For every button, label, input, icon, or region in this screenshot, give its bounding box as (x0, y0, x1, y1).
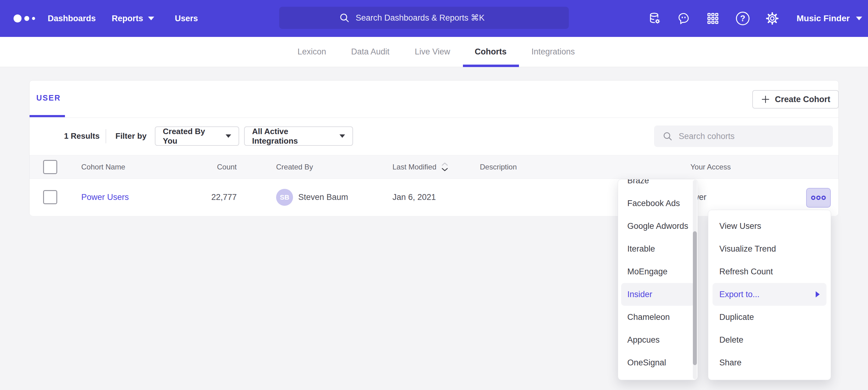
export-destinations-menu: Braze Facebook Ads Google Adwords Iterab… (618, 179, 698, 380)
nav-item-reports[interactable]: Reports (112, 0, 154, 37)
menu-item-facebook-ads[interactable]: Facebook Ads (621, 192, 694, 215)
menu-item-braze[interactable]: Braze (621, 179, 694, 192)
tab-cohorts[interactable]: Cohorts (475, 37, 507, 67)
menu-item-refresh-count[interactable]: Refresh Count (713, 260, 827, 283)
section-tabs: Lexicon Data Audit Live View Cohorts Int… (0, 37, 868, 67)
chevron-down-icon (340, 134, 345, 138)
cohorts-panel: USER Create Cohort 1 Results Filter by C… (29, 80, 839, 216)
divider (105, 129, 106, 143)
cohort-count: 22,777 (195, 179, 237, 216)
cohort-search-input[interactable] (679, 132, 825, 141)
column-header-your-access[interactable]: Your Access (690, 155, 731, 178)
feedback-bubble-icon[interactable] (677, 12, 690, 25)
apps-grid-icon[interactable] (706, 12, 720, 25)
column-header-created-by[interactable]: Created By (276, 155, 313, 178)
ellipsis-icon (811, 195, 826, 200)
user-tab-underline (30, 115, 65, 117)
row-more-actions-button[interactable] (806, 188, 831, 207)
column-header-cohort-name[interactable]: Cohort Name (81, 155, 125, 178)
cohorts-page: Dashboards Reports Users (0, 0, 868, 390)
menu-item-visualize-trend[interactable]: Visualize Trend (713, 237, 827, 260)
settings-gear-icon[interactable] (766, 12, 779, 25)
last-modified-value: Jan 6, 2021 (393, 179, 436, 216)
top-navbar: Dashboards Reports Users (0, 0, 868, 37)
data-management-icon[interactable] (648, 12, 661, 25)
menu-item-appcues[interactable]: Appcues (621, 328, 694, 351)
nav-item-users[interactable]: Users (175, 0, 198, 37)
column-header-last-modified[interactable]: Last Modified (393, 155, 449, 178)
global-search-bar[interactable] (279, 7, 569, 29)
submenu-arrow-icon (816, 291, 820, 297)
menu-item-insider[interactable]: Insider (621, 283, 694, 306)
table-header: Cohort Name Count Created By Last Modifi… (30, 155, 838, 179)
chevron-down-icon (226, 134, 231, 138)
chevron-down-icon (148, 17, 154, 20)
select-all-checkbox[interactable] (43, 160, 57, 174)
create-cohort-label: Create Cohort (775, 95, 830, 104)
menu-item-export-to[interactable]: Export to... (713, 283, 827, 306)
avatar: SB (276, 189, 293, 206)
mixpanel-logo-icon[interactable] (13, 0, 35, 37)
integrations-filter-dropdown[interactable]: All Active Integrations (244, 126, 353, 146)
created-by-filter-dropdown[interactable]: Created By You (155, 126, 239, 146)
nav-item-label: Users (175, 14, 198, 23)
scrollbar-thumb[interactable] (693, 231, 697, 365)
tab-data-audit[interactable]: Data Audit (351, 37, 390, 67)
row-context-menu: View Users Visualize Trend Refresh Count… (708, 210, 831, 380)
created-by-filter-value: Created By You (163, 127, 219, 146)
menu-item-chameleon[interactable]: Chameleon (621, 306, 694, 328)
sort-icon (441, 162, 449, 172)
menu-item-duplicate[interactable]: Duplicate (713, 306, 827, 328)
create-cohort-button[interactable]: Create Cohort (752, 90, 839, 108)
menu-item-iterable[interactable]: Iterable (621, 237, 694, 260)
row-checkbox[interactable] (43, 190, 57, 204)
tab-integrations[interactable]: Integrations (531, 37, 575, 67)
menu-item-onesignal[interactable]: OneSignal (621, 351, 694, 374)
search-icon (662, 131, 673, 142)
menu-item-view-users[interactable]: View Users (713, 215, 827, 237)
project-switcher[interactable]: Music Finder (797, 0, 862, 37)
active-tab-underline (463, 65, 519, 67)
menu-item-google-adwords[interactable]: Google Adwords (621, 215, 694, 237)
menu-item-delete[interactable]: Delete (713, 328, 827, 351)
cohort-name-link[interactable]: Power Users (81, 179, 129, 216)
nav-item-label: Dashboards (48, 14, 96, 23)
nav-item-dashboards[interactable]: Dashboards (48, 0, 96, 37)
help-icon[interactable] (736, 12, 749, 25)
tab-live-view[interactable]: Live View (414, 37, 450, 67)
results-count: 1 Results (64, 126, 100, 146)
filter-by-label: Filter by (116, 126, 147, 146)
column-header-description[interactable]: Description (480, 155, 517, 178)
created-by-value: Steven Baum (298, 179, 348, 216)
integrations-filter-value: All Active Integrations (252, 127, 333, 146)
search-icon (339, 12, 350, 24)
column-header-count[interactable]: Count (195, 155, 237, 178)
menu-item-moengage[interactable]: MoEngage (621, 260, 694, 283)
cohort-search-bar[interactable] (654, 126, 833, 147)
tab-lexicon[interactable]: Lexicon (297, 37, 326, 67)
project-name: Music Finder (797, 13, 850, 23)
user-cohorts-tab[interactable]: USER (36, 94, 61, 102)
nav-item-label: Reports (112, 14, 143, 23)
menu-item-share[interactable]: Share (713, 351, 827, 374)
global-search-input[interactable] (356, 13, 510, 23)
divider (30, 118, 838, 118)
chevron-down-icon (856, 17, 862, 20)
plus-icon (761, 94, 770, 104)
